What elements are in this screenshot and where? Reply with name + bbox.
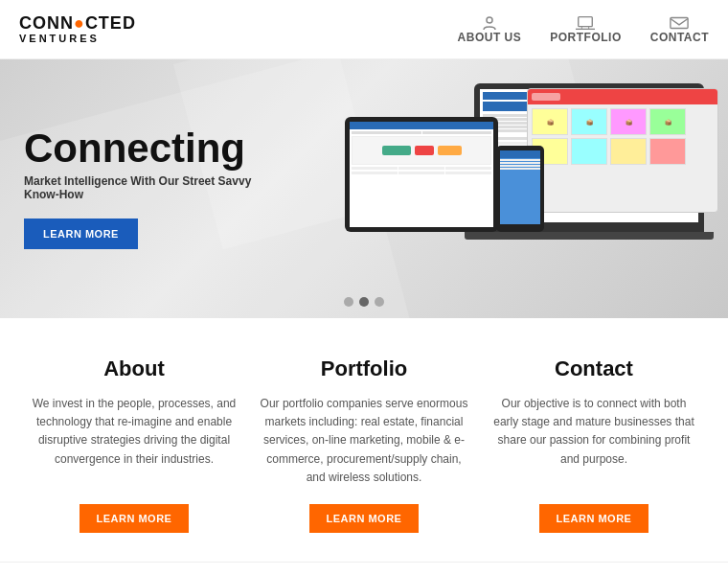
dot-1[interactable] (344, 297, 353, 307)
our-portfolio-section: Our Portfolio A PrimeAxess ⚙ WorkCentric… (0, 563, 728, 575)
nav-portfolio-label: PORTFOLIO (550, 31, 622, 44)
main-nav: ABOUT US PORTFOLIO CONTACT (458, 15, 709, 44)
svg-rect-1 (579, 16, 593, 26)
header: CONN●CTED VENTURES ABOUT US PORTFOLIO (0, 0, 728, 59)
contact-col-title: Contact (555, 356, 633, 381)
hero-dots (344, 297, 384, 307)
tablet-screen (350, 122, 493, 227)
hero-subtitle: Market Intelligence With Our Street Savv… (24, 174, 287, 201)
about-learn-more-button[interactable]: LEARN MORE (80, 504, 190, 533)
nav-contact-label: CONTACT (650, 31, 709, 44)
hero-cta-button[interactable]: LEARN MORE (24, 218, 138, 249)
portfolio-col: Portfolio Our portfolio companies serve … (259, 356, 469, 533)
nav-contact[interactable]: CONTACT (650, 15, 709, 44)
tablet-device (345, 117, 498, 232)
dot-2[interactable] (359, 297, 369, 307)
laptop-base (465, 232, 714, 240)
second-device: 📦 📦 📦 📦 (527, 88, 718, 213)
hero-title: Connecting (24, 128, 287, 169)
logo[interactable]: CONN●CTED VENTURES (19, 14, 136, 45)
dot-3[interactable] (375, 297, 384, 307)
svg-rect-5 (671, 17, 688, 28)
portfolio-col-text: Our portfolio companies serve enormous m… (259, 395, 469, 487)
nav-about-label: ABOUT US (458, 31, 522, 44)
portfolio-col-title: Portfolio (321, 356, 407, 381)
hero-content: Connecting Market Intelligence With Our … (0, 128, 287, 249)
phone-screen (500, 150, 540, 224)
contact-col-text: Our objective is to connect with both ea… (489, 395, 699, 469)
laptop-icon (576, 15, 595, 31)
about-text: We invest in the people, processes, and … (29, 395, 239, 469)
person-icon (480, 15, 499, 31)
logo-line1: CONN●CTED (19, 14, 136, 34)
contact-col: Contact Our objective is to connect with… (489, 356, 699, 533)
svg-point-0 (487, 17, 492, 23)
about-col: About We invest in the people, processes… (29, 356, 239, 533)
hero-devices: 📦 📦 📦 📦 (326, 69, 709, 309)
contact-learn-more-button[interactable]: LEARN MORE (539, 504, 649, 533)
about-title: About (103, 356, 165, 381)
portfolio-learn-more-button[interactable]: LEARN MORE (309, 504, 420, 533)
nav-about-us[interactable]: ABOUT US (458, 15, 522, 44)
logo-line2: VENTURES (19, 33, 136, 44)
nav-portfolio[interactable]: PORTFOLIO (550, 15, 622, 44)
hero-section: Connecting Market Intelligence With Our … (0, 59, 728, 318)
envelope-icon (670, 15, 689, 31)
phone-device (496, 146, 544, 232)
three-col-section: About We invest in the people, processes… (0, 318, 728, 563)
